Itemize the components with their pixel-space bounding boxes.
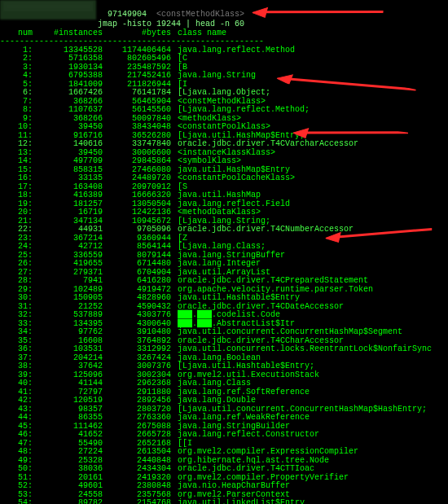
table-row: 48:272242613504org.mvel2.compiler.Expres… <box>0 448 433 457</box>
cell: oracle.jdbc.driver.T4CPreparedStatement <box>176 277 433 286</box>
cell: [Ljava.util.Hashtable$Entry; <box>176 362 433 371</box>
cell: 32: <box>0 311 36 320</box>
cell: java.util.concurrent.locks.ReentrantLock… <box>176 345 433 354</box>
table-row: 54:897822154768java.util.LinkedList$Entr… <box>0 499 433 504</box>
cell: 24489720 <box>104 174 176 183</box>
cell: 24: <box>0 243 36 252</box>
cell: 46: <box>0 431 36 440</box>
cell: 38: <box>0 362 36 371</box>
cell: java.util.concurrent.ConcurrentHashMap$S… <box>176 328 433 337</box>
table-row: 1:133455281174406464java.lang.reflect.Me… <box>0 46 433 55</box>
cell: [C <box>176 55 433 64</box>
cell: 89782 <box>36 499 104 504</box>
cell: 2613504 <box>104 448 176 457</box>
cell: 1107637 <box>36 106 104 115</box>
cell: 2665728 <box>104 431 176 440</box>
cell: 41144 <box>36 379 104 388</box>
histogram-table: num #instances #bytes class name -------… <box>0 29 433 505</box>
cell: 7941 <box>36 277 104 286</box>
cell: 27224 <box>36 448 104 457</box>
table-row: 18:41638916666320java.util.HashMap <box>0 191 433 200</box>
cell: 44931 <box>36 226 104 234</box>
cell: [Ljava.lang.reflect.Method; <box>176 106 433 115</box>
cell: 20: <box>0 208 36 217</box>
cell: 33747840 <box>104 140 176 149</box>
cell: 30: <box>0 294 36 303</box>
cell: 50: <box>0 465 36 474</box>
table-row: 36:1035313312992java.util.concurrent.loc… <box>0 345 433 354</box>
cell: 16666320 <box>104 191 176 200</box>
cell: 36: <box>0 345 36 354</box>
dashes: ----------------------------------------… <box>0 37 264 46</box>
cell: 2434304 <box>104 465 176 474</box>
klass-tag: <constMethodKlass> <box>156 10 244 19</box>
cell: java.util.LinkedList$Entry <box>176 499 433 504</box>
cell: java.lang.reflect.Constructor <box>176 431 433 440</box>
cell: ███.███.codelist.Code <box>176 311 433 320</box>
table-row: 28:79416416280oracle.jdbc.driver.T4CPrep… <box>0 277 433 286</box>
cell: 2: <box>0 55 36 64</box>
cell: 5716358 <box>36 55 104 64</box>
table-row: 6:166742676141784[Ljava.lang.Object; <box>0 89 433 98</box>
cell: <methodDataKlass> <box>176 208 433 217</box>
cell: java.nio.HeapCharBuffer <box>176 482 433 491</box>
cell: oracle.jdbc.driver.T4CVarcharAccessor <box>176 140 433 149</box>
cell: 8: <box>0 106 36 115</box>
table-row: 52:496012380848java.nio.HeapCharBuffer <box>0 482 433 491</box>
cell: 41652 <box>36 431 104 440</box>
cell: 416389 <box>36 191 104 200</box>
cell: 2763360 <box>104 414 176 423</box>
cell: java.util.HashMap <box>176 191 433 200</box>
separator-row: ----------------------------------------… <box>0 37 433 46</box>
cell: java.lang.ref.WeakReference <box>176 414 433 423</box>
cell: 39450 <box>36 123 104 132</box>
table-row: 42:1205192892456java.lang.Double <box>0 397 433 405</box>
table-row: 26:4196556714480java.lang.Integer <box>0 260 433 269</box>
command-line: jmap -histo 19244 | head -n 60 <box>0 19 448 29</box>
cell: 150905 <box>36 294 104 303</box>
cell: 49601 <box>36 482 104 491</box>
cell: 56145560 <box>104 106 176 115</box>
cell: 8564144 <box>104 243 176 252</box>
cell: 40: <box>0 379 36 388</box>
cell: java.lang.Double <box>176 397 433 405</box>
cell: 4303776 <box>104 311 176 320</box>
table-row: 32:5378894303776███.███.codelist.Code <box>0 311 433 320</box>
table-row: 20:1671912422136<methodDataKlass> <box>0 208 433 217</box>
cell: 29845864 <box>104 157 176 166</box>
cell: 48: <box>0 448 36 457</box>
table-row: 10:3945038434048<constantPoolKlass> <box>0 123 433 132</box>
cell: 34: <box>0 328 36 337</box>
cell: 26: <box>0 260 36 269</box>
table-row: 30:1509054828960java.util.Hashtable$Entr… <box>0 294 433 303</box>
cell: 497709 <box>36 157 104 166</box>
cell: 18: <box>0 191 36 200</box>
cell: java.lang.Class <box>176 379 433 388</box>
table-row: 38:376423007376[Ljava.util.Hashtable$Ent… <box>0 362 433 371</box>
cell: <symbolKlass> <box>176 157 433 166</box>
table-row: 2:5716358802605496[C <box>0 55 433 64</box>
table-row: 22:449319705096oracle.jdbc.driver.T4CNum… <box>0 226 433 234</box>
cell: 103531 <box>36 345 104 354</box>
cell: 6: <box>0 89 36 98</box>
cell: 1667426 <box>36 89 104 98</box>
cell: 537889 <box>36 311 104 320</box>
cell: 3910480 <box>104 328 176 337</box>
cell: 37642 <box>36 362 104 371</box>
cell: 140616 <box>36 140 104 149</box>
cell: 419655 <box>36 260 104 269</box>
cell: java.lang.Integer <box>176 260 433 269</box>
cell: 44: <box>0 414 36 423</box>
cell: 3007376 <box>104 362 176 371</box>
cell: 22: <box>0 226 36 234</box>
mem-addr: 97149904 <box>108 10 147 19</box>
cell: 14: <box>0 157 36 166</box>
cell: 3312992 <box>104 345 176 354</box>
cell: 9705096 <box>104 226 176 234</box>
cell: 42712 <box>36 243 104 252</box>
cell: <constantPoolCacheKlass> <box>176 174 433 183</box>
table-row: 50:380362434304oracle.jdbc.driver.T4CTTI… <box>0 465 433 474</box>
cell: 38036 <box>36 465 104 474</box>
cell: 52: <box>0 482 36 491</box>
cell: 2962368 <box>104 379 176 388</box>
